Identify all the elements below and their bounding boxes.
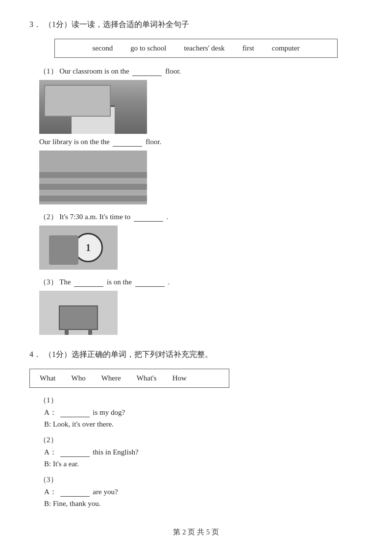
sub3-label: （3） — [39, 278, 58, 286]
sub1-text1: Our classroom is on the — [59, 67, 129, 75]
sub3-text2: is on the — [107, 278, 132, 286]
dialog2-a-suffix: this in English? — [93, 448, 138, 456]
sub1-library-text2: floor. — [146, 138, 161, 146]
sub1-blank1[interactable] — [132, 67, 162, 76]
dialog1-b-text: B: Look, it's over there. — [44, 420, 114, 428]
sub-question-3: （3） The is on the . — [39, 278, 363, 287]
sub1-library-text1: Our library is on the the — [39, 138, 110, 146]
dialog2-b: B: It's a ear. — [44, 460, 363, 468]
sub3-image — [39, 291, 118, 335]
sub1-image2 — [39, 151, 147, 204]
dialog1-a-prefix: A： — [44, 408, 57, 416]
sub3-text3: . — [168, 278, 170, 286]
word-how: How — [172, 374, 187, 382]
page-footer: 第 2 页 共 5 页 — [29, 528, 363, 537]
word-second: second — [93, 44, 113, 52]
sub3-blank1[interactable] — [74, 278, 103, 287]
desk-graphic — [39, 291, 118, 335]
question4-header: 4． （1分） 选择正确的单词，把下列对话补充完整。 — [29, 350, 363, 360]
dialog3-label-line: （3） — [39, 475, 363, 484]
sub1-library-line: Our library is on the the floor. — [39, 138, 363, 147]
question3-score: （1分） — [44, 20, 72, 30]
dialog2-b-text: B: It's a ear. — [44, 460, 79, 468]
sub3-blank2[interactable] — [135, 278, 165, 287]
word-whats: What's — [137, 374, 157, 382]
question3-instruction: 读一读，选择合适的单词补全句子 — [72, 20, 189, 30]
question4-number: 4． — [29, 350, 41, 360]
dialog1-label: （1） — [39, 396, 58, 404]
dialog1-label-line: （1） — [39, 396, 363, 405]
dialog3-a-prefix: A： — [44, 488, 57, 496]
dialog3-a-suffix: are you? — [93, 488, 118, 496]
footer-text: 第 2 页 共 5 页 — [173, 528, 219, 536]
dialog1-blank[interactable] — [60, 408, 90, 417]
sub2-text1: It's 7:30 a.m. It's time to — [59, 213, 130, 221]
dialog3-b: B: Fine, thank you. — [44, 500, 363, 508]
dialog3-blank[interactable] — [60, 488, 90, 497]
question4-instruction: 选择正确的单词，把下列对话补充完整。 — [72, 350, 213, 360]
dialog2-label-line: （2） — [39, 435, 363, 445]
sub-question-1: （1） Our classroom is on the floor. — [39, 67, 363, 76]
sub1-label: （1） — [39, 67, 58, 75]
word-computer: computer — [272, 44, 300, 52]
dialog2-blank[interactable] — [60, 448, 90, 457]
dialog1-a-suffix: is my dog? — [93, 408, 125, 416]
stairs-graphic — [39, 151, 147, 204]
dialog3-b-text: B: Fine, thank you. — [44, 500, 100, 507]
question3-header: 3． （1分） 读一读，选择合适的单词补全句子 — [29, 20, 363, 30]
sub1-text2: floor. — [165, 67, 181, 75]
sub2-label: （2） — [39, 213, 58, 221]
word-what: What — [40, 374, 55, 382]
dialog3-a: A： are you? — [44, 487, 363, 497]
question4-wordbox: What Who Where What's How — [29, 369, 229, 388]
sub2-text2: . — [167, 213, 169, 221]
word-first: first — [243, 44, 254, 52]
sub2-image: 1 — [39, 226, 118, 270]
sub1-blank2[interactable] — [113, 138, 142, 147]
sub1-image1 — [39, 80, 147, 134]
dialog2-label: （2） — [39, 436, 58, 444]
dialog3-label: （3） — [39, 476, 58, 483]
question3-wordbox: second go to school teachers' desk first… — [54, 39, 338, 58]
sub2-blank[interactable] — [134, 213, 163, 222]
dialog1-b: B: Look, it's over there. — [44, 420, 363, 429]
desk-shape — [59, 305, 98, 330]
word-where: Where — [101, 374, 121, 382]
word-teachers-desk: teachers' desk — [184, 44, 225, 52]
word-who: Who — [71, 374, 85, 382]
word-go-to-school: go to school — [130, 44, 166, 52]
question3-number: 3． — [29, 20, 41, 30]
dialog2-a: A： this in English? — [44, 448, 363, 457]
clock-graphic: 1 — [39, 226, 118, 270]
dialog2-a-prefix: A： — [44, 448, 57, 456]
building-graphic — [39, 80, 147, 134]
sub3-text1: The — [59, 278, 71, 286]
dialog1-a: A： is my dog? — [44, 408, 363, 417]
question4-score: （1分） — [44, 350, 72, 360]
sub-question-2: （2） It's 7:30 a.m. It's time to . — [39, 212, 363, 222]
